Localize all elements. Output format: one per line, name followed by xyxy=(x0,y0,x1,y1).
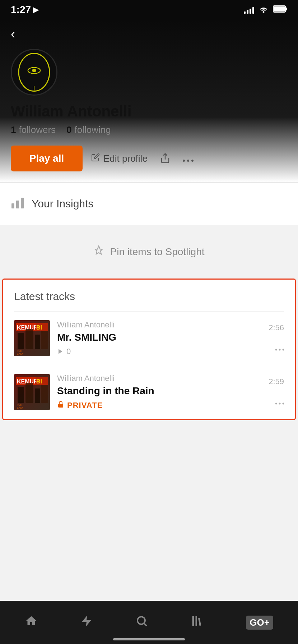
lock-icon xyxy=(57,400,64,410)
svg-point-46 xyxy=(283,403,284,405)
svg-text:BI: BI xyxy=(36,325,42,331)
track-2-info: William Antonelli Standing in the Rain P… xyxy=(57,374,261,410)
track-1-plays: 0 xyxy=(57,347,261,356)
svg-rect-22 xyxy=(25,329,33,349)
svg-rect-38 xyxy=(25,383,33,403)
insights-section: Your Insights xyxy=(0,183,298,225)
followers-item[interactable]: 1 followers xyxy=(11,124,56,135)
nav-stream[interactable] xyxy=(73,611,100,634)
svg-rect-24 xyxy=(41,331,48,349)
signal-bar-1 xyxy=(244,12,246,14)
svg-point-29 xyxy=(279,349,281,351)
spotlight-section[interactable]: Pin items to Spotlight xyxy=(0,232,298,271)
bottom-nav: GO+ xyxy=(0,601,298,644)
pin-icon xyxy=(93,245,104,258)
svg-point-48 xyxy=(138,617,145,624)
bar-chart-icon xyxy=(11,197,24,211)
signal-icon xyxy=(244,6,254,14)
svg-rect-21 xyxy=(18,333,24,349)
svg-rect-1 xyxy=(285,8,287,10)
insights-row[interactable]: Your Insights xyxy=(11,193,287,214)
battery-icon xyxy=(273,5,287,14)
insights-label: Your Insights xyxy=(32,198,93,210)
svg-point-45 xyxy=(279,403,281,405)
svg-rect-2 xyxy=(274,6,285,12)
nav-home[interactable] xyxy=(18,611,45,634)
svg-rect-52 xyxy=(198,618,201,625)
svg-text:EASY: EASY xyxy=(17,353,24,355)
status-time: 1:27 ▶ xyxy=(11,4,38,15)
svg-rect-43 xyxy=(58,404,63,408)
track-2-more-button[interactable] xyxy=(275,397,284,407)
profile-header: ‹ William Antonelli 1 followers 0 follow… xyxy=(0,19,298,182)
track-1-right: 2:56 xyxy=(269,323,284,353)
svg-point-30 xyxy=(283,349,284,351)
svg-point-10 xyxy=(187,160,189,162)
signal-bar-3 xyxy=(250,9,251,14)
private-badge: PRIVATE xyxy=(57,400,261,410)
home-indicator xyxy=(113,638,185,640)
nav-library[interactable] xyxy=(183,611,211,634)
signal-bar-2 xyxy=(247,10,248,14)
svg-line-49 xyxy=(144,623,147,626)
library-icon xyxy=(191,615,204,631)
location-arrow-icon: ▶ xyxy=(33,5,38,14)
status-icons xyxy=(244,5,287,15)
track-1-duration: 2:56 xyxy=(269,323,284,332)
track-item[interactable]: KEMURI BI FOR EASY William Antonelli Sta… xyxy=(14,365,284,419)
svg-point-28 xyxy=(275,349,277,351)
status-bar: 1:27 ▶ xyxy=(0,0,298,19)
svg-rect-37 xyxy=(18,387,24,403)
svg-marker-47 xyxy=(82,616,92,626)
spotlight-label: Pin items to Spotlight xyxy=(110,246,204,258)
svg-point-44 xyxy=(275,403,277,405)
following-item[interactable]: 0 following xyxy=(66,124,111,135)
edit-profile-button[interactable]: Edit profile xyxy=(91,153,148,164)
svg-rect-39 xyxy=(35,388,40,403)
grey-spacer-1 xyxy=(0,225,298,232)
followers-count: 1 xyxy=(11,124,16,135)
pencil-icon xyxy=(91,153,100,164)
track-1-title: Mr. SMILING xyxy=(57,332,261,343)
time-label: 1:27 xyxy=(11,4,31,15)
wifi-icon xyxy=(259,5,269,15)
search-icon xyxy=(135,615,148,631)
svg-text:FOR: FOR xyxy=(17,350,22,352)
svg-rect-13 xyxy=(16,201,19,208)
track-2-artwork: KEMURI BI FOR EASY xyxy=(14,374,50,410)
followers-row: 1 followers 0 following xyxy=(11,124,287,135)
svg-point-6 xyxy=(32,69,36,72)
track-2-title: Standing in the Rain xyxy=(57,385,261,397)
track-2-artist: William Antonelli xyxy=(57,374,261,383)
avatar xyxy=(11,49,57,96)
svg-rect-50 xyxy=(192,616,194,626)
track-1-more-button[interactable] xyxy=(275,343,284,353)
svg-rect-51 xyxy=(196,616,197,626)
nav-go-plus[interactable]: GO+ xyxy=(239,612,280,633)
svg-rect-23 xyxy=(35,335,40,349)
svg-point-9 xyxy=(183,160,185,162)
latest-tracks-section: Latest tracks KEMURI BI xyxy=(2,279,296,420)
more-options-button[interactable] xyxy=(183,152,194,165)
followers-label: followers xyxy=(19,124,56,135)
track-item[interactable]: KEMURI BI FOR EASY William Antonelli Mr.… xyxy=(14,311,284,365)
svg-point-11 xyxy=(191,160,194,162)
edit-profile-label: Edit profile xyxy=(103,153,148,164)
nav-search[interactable] xyxy=(128,611,155,634)
svg-rect-40 xyxy=(41,385,48,403)
profile-name: William Antonelli xyxy=(11,103,287,120)
action-row: Play all Edit profile xyxy=(11,146,287,171)
back-button[interactable]: ‹ xyxy=(11,27,15,42)
svg-marker-27 xyxy=(59,349,62,354)
following-count: 0 xyxy=(66,124,71,135)
tracks-section-title: Latest tracks xyxy=(14,290,284,303)
track-1-info: William Antonelli Mr. SMILING 0 xyxy=(57,320,261,356)
play-all-button[interactable]: Play all xyxy=(11,146,83,171)
svg-text:BI: BI xyxy=(36,378,42,385)
share-button[interactable] xyxy=(156,149,174,168)
track-1-artwork: KEMURI BI FOR EASY xyxy=(14,320,50,356)
go-plus-icon: GO+ xyxy=(246,616,273,630)
private-label: PRIVATE xyxy=(67,401,103,410)
track-1-play-count: 0 xyxy=(66,347,71,356)
bottom-spacer xyxy=(0,420,298,492)
